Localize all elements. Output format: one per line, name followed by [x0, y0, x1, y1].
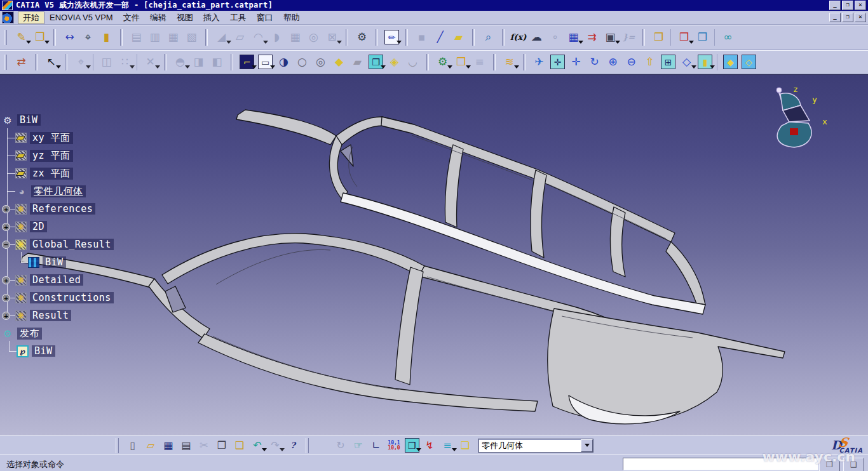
tree-item-yz-plane-label[interactable]: yz 平面 [30, 150, 73, 162]
catalog-b-icon[interactable]: ▥ [146, 29, 163, 46]
tree-item-result-label[interactable]: Result [30, 310, 71, 321]
surfaces-icon[interactable]: ≋ [501, 53, 518, 70]
pan-icon[interactable]: ✛ [567, 53, 585, 70]
expand-button-result[interactable]: + [2, 312, 10, 320]
tree-item-zx-plane[interactable]: zx 平面 [15, 166, 73, 180]
active-body-combo[interactable]: 零件几何体 [478, 439, 593, 453]
expand-button-constructions[interactable]: + [2, 294, 10, 302]
close-button[interactable]: ✕ [855, 1, 866, 10]
menu-file[interactable]: 文件 [118, 11, 145, 24]
tree-item-biw-result-label[interactable]: BiW [43, 256, 66, 268]
create-datum-icon[interactable]: ◆ [722, 53, 739, 70]
formula-icon[interactable]: f(x) [510, 29, 527, 46]
catalog-d-icon[interactable]: ▧ [183, 29, 200, 46]
minimize-button[interactable]: _ [829, 1, 841, 10]
toolbar-grip[interactable] [306, 438, 309, 453]
compass-3d[interactable]: z y x [766, 84, 843, 154]
measure-item-icon[interactable]: ⌖ [79, 29, 97, 46]
restore-button[interactable]: ❐ [842, 1, 853, 10]
normal-view-icon[interactable]: ⇧ [641, 53, 658, 70]
planes-icon[interactable]: ◫ [98, 53, 115, 70]
expand-button-detailed[interactable]: + [2, 276, 10, 284]
join-icon[interactable]: ❒ [367, 53, 384, 70]
zoom-out-icon[interactable]: ⊖ [623, 53, 640, 70]
paste-icon[interactable]: ❑ [231, 438, 248, 453]
specs-list-icon[interactable]: ≡ [439, 438, 456, 453]
instantiate-icon[interactable]: ∞ [719, 29, 736, 46]
equivalent-dimensions-icon[interactable]: ⇉ [583, 29, 600, 46]
menu-start[interactable]: 开始 [18, 11, 44, 24]
select-arrow-icon[interactable]: ↖ [43, 53, 60, 70]
knowledge-values-icon[interactable]: 10,110,0 [386, 438, 402, 453]
hatch-a-icon[interactable]: ◨ [190, 53, 207, 70]
tree-item-yz-plane[interactable]: yz 平面 [15, 149, 73, 163]
tree-item-result[interactable]: ❋Result [15, 308, 71, 322]
fit-all-icon[interactable]: ✛ [549, 53, 566, 70]
catalog-c-icon[interactable]: ▦ [165, 29, 182, 46]
sketch-icon[interactable]: ✏ [383, 29, 400, 46]
menu-edit[interactable]: 编辑 [145, 11, 172, 24]
extrude-icon[interactable]: ⌐ [238, 53, 255, 70]
red-component-icon[interactable]: ❒ [675, 29, 693, 46]
toolbar-grip[interactable] [116, 438, 119, 453]
refresh-icon[interactable]: ↻ [332, 438, 349, 453]
update-icon[interactable]: ↯ [421, 438, 438, 453]
combo-dropdown-button[interactable] [581, 439, 593, 452]
tree-item-references-label[interactable]: References [30, 203, 95, 215]
catalog-item-icon[interactable]: ≡ [471, 53, 488, 70]
iso-view-icon[interactable]: ◇ [678, 53, 695, 70]
tree-item-constructions[interactable]: ❋Constructions [15, 291, 114, 305]
grid-box-feature-icon[interactable]: ▦ [287, 29, 304, 46]
untrim-icon[interactable]: ◡ [404, 53, 421, 70]
menu-view[interactable]: 视图 [172, 11, 198, 24]
tree-item-partbody-label[interactable]: 零件几何体 [31, 185, 86, 197]
collapse-button-global_result[interactable]: − [2, 241, 10, 249]
web-browse-icon[interactable]: ☞ [350, 438, 367, 453]
save-icon[interactable]: ▦ [160, 438, 177, 453]
tree-item-biw-publication-label[interactable]: BiW [32, 345, 55, 357]
revolve-icon[interactable]: ◑ [275, 53, 292, 70]
menu-window[interactable]: 窗口 [252, 11, 278, 24]
whats-this-icon[interactable]: ? [285, 438, 301, 453]
measure-between-icon[interactable]: ↔ [61, 29, 78, 46]
tree-item-detailed-label[interactable]: Detailed [30, 274, 83, 286]
fill-icon[interactable]: ▰ [349, 53, 366, 70]
background-doc-button[interactable]: ❐ [819, 458, 840, 471]
catalog-transfer-icon[interactable]: ❐ [31, 29, 48, 46]
plane-icon[interactable]: ▰ [450, 29, 467, 46]
expand-button-references[interactable]: + [2, 205, 10, 213]
axes-icon[interactable]: ∟ [368, 438, 384, 453]
exchange-icon[interactable]: ⇄ [13, 53, 30, 70]
lock-icon[interactable]: ▣ [602, 29, 619, 46]
shell-feature-icon[interactable]: ◗ [268, 29, 285, 46]
power-input-field[interactable] [623, 458, 818, 470]
print-icon[interactable]: ▤ [178, 438, 194, 453]
doc-close-button[interactable]: ✕ [855, 13, 866, 22]
offset-icon[interactable]: ◎ [312, 53, 329, 70]
tree-item-biw-result[interactable]: BiW [28, 255, 66, 269]
dome-feature-icon[interactable]: ◠ [250, 29, 267, 46]
relations-icon[interactable]: }= [620, 29, 637, 46]
comment-icon[interactable]: ☁ [528, 29, 545, 46]
catalog-edit-icon[interactable]: ✎ [13, 29, 30, 46]
gears-icon[interactable]: ⚙ [434, 53, 451, 70]
toolbar-grip[interactable] [4, 30, 7, 45]
tree-item-global-result-label[interactable]: Global_Result [30, 239, 114, 250]
menu-help[interactable]: 帮助 [278, 11, 305, 24]
tree-item-constructions-label[interactable]: Constructions [30, 292, 114, 303]
measure-inertia-icon[interactable]: ▮ [98, 29, 115, 46]
cylinder-icon[interactable]: ○ [294, 53, 311, 70]
tree-item-2d[interactable]: ❋2D [15, 220, 47, 234]
tree-item-publications[interactable]: ⚙发布 [1, 326, 42, 340]
tree-item-partbody[interactable]: ◕零件几何体 [15, 184, 86, 198]
cut-icon[interactable]: ✂ [196, 438, 212, 453]
tree-item-biw-root-label[interactable]: BiW [17, 114, 41, 126]
slab-feature-icon[interactable]: ▱ [231, 29, 248, 46]
menu-tools[interactable]: 工具 [225, 11, 252, 24]
healing-icon[interactable]: ◈ [386, 53, 403, 70]
tree-item-publications-label[interactable]: 发布 [17, 328, 42, 340]
line-icon[interactable]: ╱ [431, 29, 449, 46]
toolbar-grip[interactable] [4, 55, 7, 70]
tree-item-references[interactable]: ❋References [15, 202, 95, 216]
compass-base-square[interactable] [790, 128, 798, 135]
